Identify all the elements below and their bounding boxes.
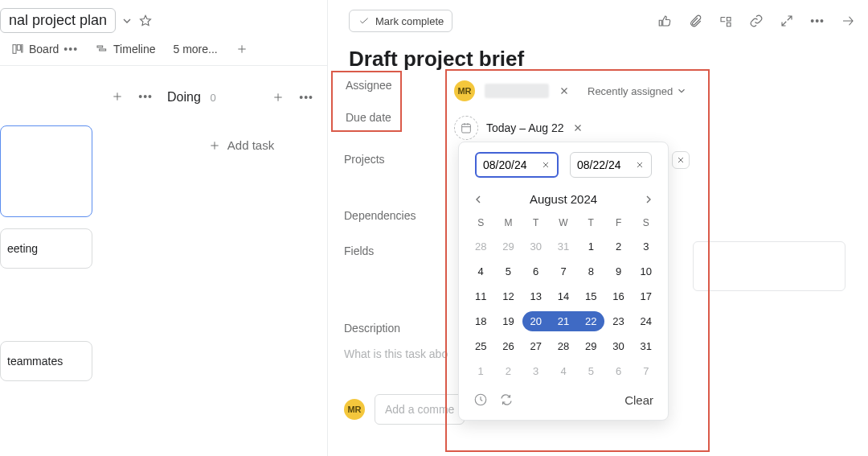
chevron-down-icon[interactable] [121,14,133,27]
start-date-input[interactable] [475,152,559,178]
calendar-day[interactable]: 8 [577,261,604,281]
prev-month-icon[interactable] [472,193,485,206]
dow-label: T [522,214,550,232]
calendar-day[interactable]: 20 [522,311,550,331]
calendar-day[interactable]: 21 [550,311,577,331]
column-menu-icon[interactable]: ••• [299,91,313,104]
pane-top: Mark complete ••• [328,0,868,37]
calendar-day[interactable]: 31 [633,336,660,356]
check-icon [358,14,371,27]
project-header: nal project plan [0,0,327,38]
star-icon[interactable] [138,14,153,28]
calendar-day[interactable]: 28 [550,336,577,356]
description-placeholder[interactable]: What is this task abo [344,347,448,360]
calendar-day[interactable]: 25 [467,336,494,356]
field-labels: Assignee Due date [338,77,402,132]
calendar-day[interactable]: 30 [604,336,632,356]
svg-rect-3 [97,46,103,47]
clear-start-icon[interactable] [541,160,551,170]
calendar-day[interactable]: 22 [577,311,604,331]
calendar-day[interactable]: 11 [467,286,494,306]
calendar-day[interactable]: 27 [522,336,550,356]
calendar-day[interactable]: 1 [577,236,604,257]
calendar-day[interactable]: 24 [633,311,660,331]
tab-timeline[interactable]: Timeline [96,43,155,55]
next-month-icon[interactable] [642,193,655,206]
board-area: nal project plan Board ••• Timeline 5 mo… [0,0,328,456]
calendar-day[interactable]: 5 [494,261,522,281]
svg-rect-4 [100,49,106,51]
calendar-day[interactable]: 6 [604,361,632,381]
subtask-icon[interactable] [719,14,733,28]
calendar-day[interactable]: 14 [550,286,577,306]
project-title[interactable]: nal project plan [0,8,116,33]
label-description: Description [344,322,400,335]
date-picker: August 2024 SMTWTFS282930311234567891011… [458,142,669,421]
column-left: ••• eeting teammates [0,90,161,381]
dow-label: F [604,214,632,232]
calendar-day[interactable]: 3 [522,361,550,381]
add-card-icon[interactable] [272,91,285,104]
label-dependencies: Dependencies [344,209,416,222]
calendar-day[interactable]: 4 [550,361,577,381]
calendar-day[interactable]: 19 [494,311,522,331]
tab-board[interactable]: Board ••• [11,43,78,55]
tab-board-menu-icon[interactable]: ••• [63,43,78,55]
repeat-icon[interactable] [499,392,514,407]
add-task-button[interactable]: Add task [161,138,321,152]
calendar-day[interactable]: 15 [577,286,604,306]
close-pane-icon[interactable] [841,14,855,28]
calendar-day[interactable]: 26 [494,336,522,356]
task-card-meeting[interactable]: eeting [0,228,92,269]
calendar-day[interactable]: 5 [577,361,604,381]
tab-more[interactable]: 5 more... [173,43,217,55]
date-inputs [467,152,660,178]
calendar-day[interactable]: 9 [604,261,632,281]
calendar-day[interactable]: 17 [633,286,660,306]
add-task-label: Add task [227,138,274,152]
mark-complete-button[interactable]: Mark complete [349,10,452,32]
clear-end-icon[interactable] [635,160,645,170]
calendar-day[interactable]: 18 [467,311,494,331]
calendar-day[interactable]: 29 [577,336,604,356]
datepicker-footer: Clear [467,381,660,412]
calendar-day[interactable]: 3 [633,236,660,257]
calendar-day[interactable]: 10 [633,261,660,281]
calendar-day[interactable]: 2 [604,236,632,257]
calendar-day[interactable]: 23 [604,311,632,331]
calendar-day[interactable]: 7 [550,261,577,281]
task-card-selected[interactable] [0,125,92,217]
calendar-day[interactable]: 29 [494,236,522,257]
calendar-day[interactable]: 13 [522,286,550,306]
add-card-icon[interactable] [111,90,124,103]
calendar-day[interactable]: 1 [467,361,494,381]
calendar-day[interactable]: 12 [494,286,522,306]
tab-board-label: Board [29,43,59,55]
column-menu-icon[interactable]: ••• [138,90,153,103]
add-view-icon[interactable] [235,43,248,55]
like-icon[interactable] [657,14,672,28]
calendar-day[interactable]: 4 [467,261,494,281]
timeline-icon [96,43,108,55]
start-date-field[interactable] [483,158,534,171]
calendar-day[interactable]: 28 [467,236,494,257]
dow-label: S [467,214,494,232]
calendar-day[interactable]: 31 [550,236,577,257]
attachment-icon[interactable] [688,14,702,28]
end-date-input[interactable] [570,152,652,178]
calendar-day[interactable]: 6 [522,261,550,281]
calendar-day[interactable]: 7 [633,361,660,381]
calendar-grid: SMTWTFS282930311234567891011121314151617… [467,214,660,381]
calendar-day[interactable]: 2 [494,361,522,381]
link-icon[interactable] [749,14,764,28]
clear-button[interactable]: Clear [624,393,653,407]
task-card-teammates[interactable]: teammates [0,341,92,381]
calendar-day[interactable]: 16 [604,286,632,306]
end-date-field[interactable] [577,158,628,171]
clock-icon[interactable] [473,392,488,407]
calendar-day[interactable]: 30 [522,236,550,257]
expand-icon[interactable] [780,14,794,28]
more-actions-icon[interactable]: ••• [810,14,825,27]
task-card-meeting-label: eeting [7,242,38,255]
column-doing-name: Doing [167,90,201,104]
